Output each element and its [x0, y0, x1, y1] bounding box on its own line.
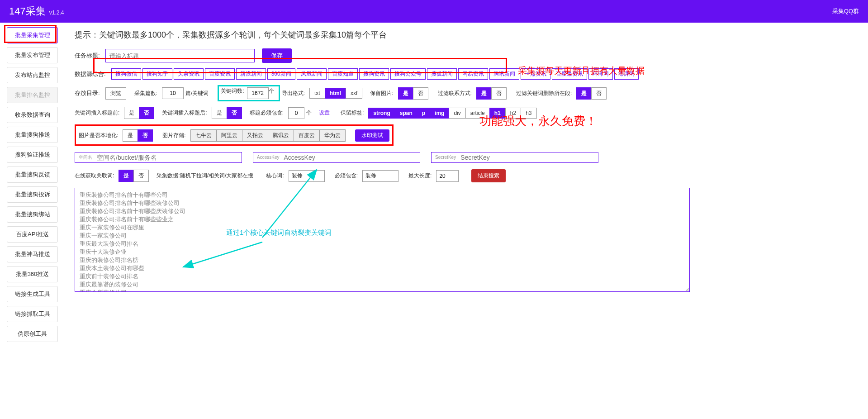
online-kw-yes[interactable]: 是	[119, 170, 134, 182]
ak-input[interactable]	[284, 154, 416, 161]
sidebar-item[interactable]: 发布站点监控	[7, 67, 58, 83]
filter-contact-label: 过滤联系方式:	[438, 90, 472, 97]
source-tag[interactable]: 360新闻	[267, 68, 295, 80]
online-kw-label: 在线获取关联词:	[75, 172, 114, 180]
app-version: v1.2.4	[49, 10, 64, 16]
watermark-button[interactable]: 水印测试	[355, 129, 389, 142]
space-label: 空间名	[79, 154, 92, 161]
sidebar-item[interactable]: 批量搜狗反馈	[7, 167, 58, 183]
space-input[interactable]	[97, 154, 238, 161]
must-contain-unit: 个	[306, 109, 312, 117]
setting-link[interactable]: 设置	[319, 109, 330, 117]
keep-tag-strong[interactable]: strong	[368, 108, 395, 119]
filter-contact-no[interactable]: 否	[491, 87, 507, 100]
sidebar-item[interactable]: 收录数据查询	[7, 107, 58, 123]
img-storage-label: 图片存储:	[162, 132, 185, 139]
sidebar-item[interactable]: 搜狗验证推送	[7, 147, 58, 163]
source-tag[interactable]: 百度知道	[328, 68, 358, 80]
storage-option[interactable]: 腾讯云	[268, 129, 294, 142]
keyword-unit: 个	[269, 87, 274, 99]
source-tag[interactable]: 搜狐新闻	[427, 68, 457, 80]
core-label: 核心词:	[266, 172, 284, 180]
sidebar-item[interactable]: 批量采集管理	[7, 27, 58, 43]
export-format-txt[interactable]: txt	[309, 88, 325, 99]
storage-option[interactable]: 又拍云	[242, 129, 268, 142]
kw-before-yes[interactable]: 是	[124, 107, 139, 119]
source-tag[interactable]: 搜狗公众号	[390, 68, 426, 80]
sidebar-item[interactable]: 批量搜狗投诉	[7, 186, 58, 203]
keep-tag-p[interactable]: p	[417, 108, 430, 119]
img-local-yes[interactable]: 是	[123, 129, 138, 142]
source-tag[interactable]: 头条资讯	[174, 68, 204, 80]
source-tag[interactable]: 搜狗知乎	[142, 68, 172, 80]
collect-count-label: 采集篇数:	[134, 90, 157, 97]
filter-keyword-yes[interactable]: 是	[576, 87, 592, 100]
keyword-count-label: 关键词数:	[221, 87, 244, 99]
annotation-red-1: 采集源每天更新且拥有大量数据	[518, 65, 645, 77]
source-tag[interactable]: 百度资讯	[205, 68, 235, 80]
storage-option[interactable]: 百度云	[294, 129, 320, 142]
data-source-label: 数据源综合:	[75, 70, 106, 78]
keywords-textarea[interactable]	[75, 188, 690, 292]
qq-group-link[interactable]: 采集QQ群	[832, 7, 859, 15]
filter-keyword-no[interactable]: 否	[591, 87, 607, 100]
export-format-xxf[interactable]: xxf	[346, 88, 362, 99]
collect-data-label: 采集数据:随机下拉词/相关词/大家都在搜	[157, 172, 253, 180]
must-label: 必须包含:	[335, 172, 358, 180]
online-kw-no[interactable]: 否	[133, 170, 149, 182]
keep-img-yes[interactable]: 是	[398, 87, 413, 100]
storage-option[interactable]: 七牛云	[190, 129, 217, 142]
source-tag[interactable]: 新浪新闻	[236, 68, 266, 80]
source-tag[interactable]: 搜狗微信	[111, 68, 141, 80]
storage-option[interactable]: 华为云	[319, 129, 346, 142]
keep-tag-img[interactable]: img	[430, 108, 449, 119]
sidebar-item[interactable]: 批量搜狗推送	[7, 127, 58, 143]
must-contain-input[interactable]	[288, 107, 304, 119]
kw-after-yes[interactable]: 是	[212, 107, 227, 119]
browse-button[interactable]: 浏览	[105, 87, 126, 100]
sk-input[interactable]	[460, 154, 594, 161]
export-format-html[interactable]: html	[325, 88, 346, 99]
source-tag[interactable]: 网易资讯	[458, 68, 488, 80]
sidebar-item[interactable]: 批量神马推送	[7, 246, 58, 262]
kw-after-no[interactable]: 否	[227, 107, 242, 119]
sidebar-item[interactable]: 批量搜狗绑站	[7, 206, 58, 223]
annotation-cyan: 通过1个核心关键词自动裂变关键词	[226, 229, 332, 237]
end-search-button[interactable]: 结束搜索	[471, 169, 506, 182]
sidebar-item[interactable]: 百度API推送	[7, 226, 58, 243]
sidebar-item[interactable]: 伪原创工具	[7, 326, 58, 342]
sidebar-item[interactable]: 链接抓取工具	[7, 306, 58, 322]
keep-img-no[interactable]: 否	[413, 87, 428, 100]
ak-label: AccessKey	[257, 155, 279, 160]
collect-count-input[interactable]	[162, 87, 184, 99]
app-title: 147采集	[9, 5, 46, 18]
collect-unit: 篇/关键词	[185, 90, 209, 97]
source-tag[interactable]: 腾讯新闻	[489, 68, 519, 80]
source-tag[interactable]: 搜狗资讯	[359, 68, 389, 80]
main-content: 提示：关键词数最多1000个，采集数据源多个轮训，每个关键词最多采集10篇每个平…	[63, 23, 868, 350]
storage-option[interactable]: 阿里云	[216, 129, 242, 142]
must-input[interactable]	[362, 170, 398, 182]
img-local-no[interactable]: 否	[138, 129, 153, 142]
keyword-count-input[interactable]	[247, 87, 269, 99]
storage-dir-label: 存放目录:	[75, 89, 100, 97]
keep-tag-div[interactable]: div	[449, 108, 465, 119]
kw-before-no[interactable]: 否	[139, 107, 154, 119]
maxlen-label: 最大长度:	[408, 172, 432, 180]
sidebar-item: 批量排名监控	[7, 87, 58, 103]
sidebar-item[interactable]: 批量360推送	[7, 266, 58, 282]
kw-before-label: 关键词插入标题前:	[75, 109, 119, 117]
sidebar-item[interactable]: 批量发布管理	[7, 47, 58, 63]
maxlen-input[interactable]	[436, 170, 459, 182]
keep-tags-label: 保留标签:	[341, 109, 364, 117]
sidebar-item[interactable]: 链接生成工具	[7, 286, 58, 302]
filter-contact-yes[interactable]: 是	[476, 87, 492, 100]
sk-label: SecretKey	[435, 155, 456, 160]
filter-keyword-label: 过滤关键词删除所在段:	[516, 90, 572, 97]
source-tag[interactable]: 凤凰新闻	[297, 68, 327, 80]
core-input[interactable]	[289, 170, 325, 182]
save-button[interactable]: 保存	[262, 48, 292, 63]
task-title-input[interactable]	[105, 49, 255, 62]
app-header: 147采集 v1.2.4 采集QQ群	[0, 0, 868, 23]
keep-tag-span[interactable]: span	[395, 108, 417, 119]
